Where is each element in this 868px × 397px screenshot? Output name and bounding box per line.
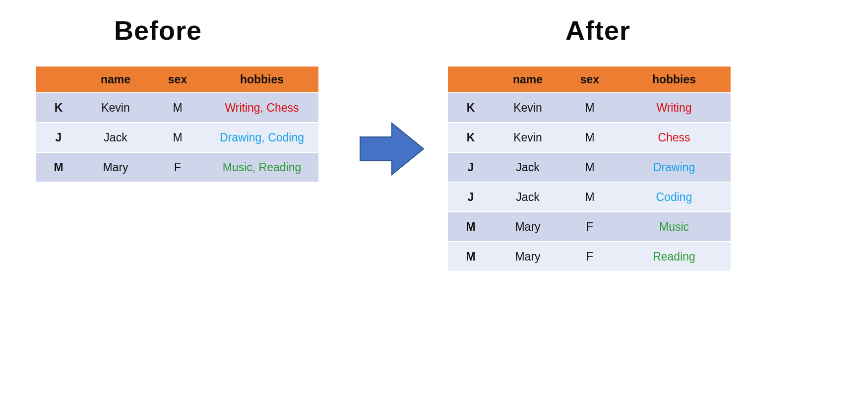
table-row: MMaryFMusic, Reading [36,152,318,182]
cell-hobbies: Music, Reading [205,152,318,182]
after-table: name sex hobbies KKevinMWritingKKevinMCh… [448,66,731,271]
cell-name: Kevin [81,93,150,123]
row-index: J [448,182,494,212]
cell-sex: F [562,242,618,271]
row-index: J [448,152,494,182]
table-header-row: name sex hobbies [36,66,318,93]
table-row: JJackMCoding [448,182,731,212]
cell-name: Jack [494,152,562,182]
cell-hobbies: Writing, Chess [205,93,318,123]
row-index: K [36,93,81,123]
before-table-body: KKevinMWriting, ChessJJackMDrawing, Codi… [36,93,318,182]
cell-sex: M [562,123,618,152]
header-name: name [494,66,562,93]
cell-sex: M [150,123,205,152]
diagram-stage: Before After name sex hobbies KKevinMWri… [0,0,868,397]
row-index: M [36,152,81,182]
header-name: name [81,66,150,93]
cell-hobbies: Reading [618,242,731,271]
row-index: K [448,93,494,123]
cell-hobbies: Chess [618,123,731,152]
table-row: KKevinMChess [448,123,731,152]
header-sex: sex [562,66,618,93]
row-index: J [36,123,81,152]
cell-name: Mary [81,152,150,182]
cell-name: Jack [494,182,562,212]
table-row: MMaryFReading [448,242,731,271]
cell-sex: M [562,152,618,182]
header-hobbies: hobbies [618,66,731,93]
cell-hobbies: Music [618,212,731,242]
table-header-row: name sex hobbies [448,66,731,93]
table-row: KKevinMWriting, Chess [36,93,318,123]
cell-hobbies: Drawing [618,152,731,182]
cell-name: Kevin [494,93,562,123]
table-row: KKevinMWriting [448,93,731,123]
header-index [36,66,81,93]
cell-name: Mary [494,212,562,242]
header-index [448,66,494,93]
after-table-body: KKevinMWritingKKevinMChessJJackMDrawingJ… [448,93,731,271]
cell-name: Kevin [494,123,562,152]
title-after: After [565,15,630,46]
row-index: M [448,242,494,271]
header-hobbies: hobbies [205,66,318,93]
row-index: M [448,212,494,242]
before-table: name sex hobbies KKevinMWriting, ChessJJ… [36,66,318,182]
cell-hobbies: Writing [618,93,731,123]
table-row: MMaryFMusic [448,212,731,242]
cell-name: Jack [81,123,150,152]
table-row: JJackMDrawing [448,152,731,182]
svg-marker-0 [360,123,424,175]
arrow-right-icon [357,114,427,184]
cell-sex: M [562,93,618,123]
cell-sex: F [150,152,205,182]
row-index: K [448,123,494,152]
cell-hobbies: Drawing, Coding [205,123,318,152]
table-row: JJackMDrawing, Coding [36,123,318,152]
cell-hobbies: Coding [618,182,731,212]
header-sex: sex [150,66,205,93]
cell-sex: F [562,212,618,242]
cell-name: Mary [494,242,562,271]
cell-sex: M [562,182,618,212]
title-before: Before [114,15,202,46]
cell-sex: M [150,93,205,123]
